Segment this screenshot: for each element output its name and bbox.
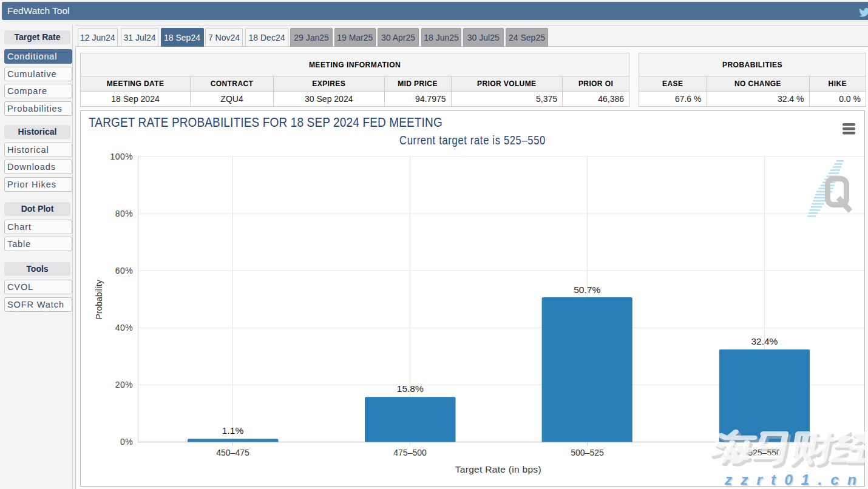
svg-text:40%: 40% (115, 323, 133, 332)
svg-text:100%: 100% (110, 152, 133, 161)
svg-text:50.7%: 50.7% (574, 285, 600, 295)
svg-text:1.1%: 1.1% (222, 425, 244, 436)
svg-text:32.4%: 32.4% (751, 336, 778, 346)
svg-text:0%: 0% (120, 437, 133, 447)
svg-text:15.8%: 15.8% (397, 383, 424, 394)
svg-text:Current target rate is 525–550: Current target rate is 525–550 (399, 134, 546, 147)
svg-text:80%: 80% (115, 209, 133, 218)
svg-text:475–500: 475–500 (393, 448, 427, 457)
svg-text:450–475: 450–475 (216, 448, 249, 457)
svg-text:Probability: Probability (94, 280, 104, 319)
svg-text:20%: 20% (115, 380, 133, 390)
svg-text:zzrt01.cn: zzrt01.cn (724, 471, 865, 487)
svg-text:500–525: 500–525 (571, 448, 604, 457)
svg-text:Target Rate (in bps): Target Rate (in bps) (455, 464, 541, 474)
svg-text:60%: 60% (115, 266, 133, 275)
svg-text:TARGET RATE PROBABILITIES FOR: TARGET RATE PROBABILITIES FOR 18 SEP 202… (89, 115, 442, 129)
